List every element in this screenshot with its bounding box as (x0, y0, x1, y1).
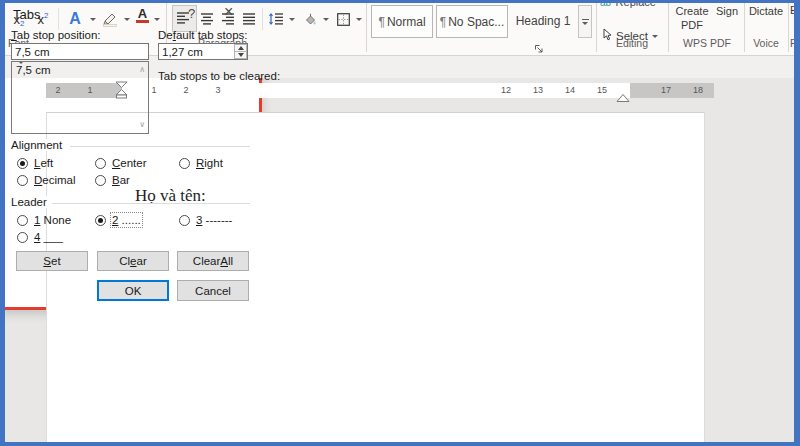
radio-right[interactable] (179, 158, 190, 169)
window-border-left (0, 0, 5, 446)
borders-icon[interactable] (334, 6, 352, 32)
divider (262, 8, 263, 30)
group-separator (366, 2, 367, 52)
tab-stop-position-label: Tab stop position: (11, 29, 101, 41)
radio-leader-none[interactable] (17, 215, 28, 226)
scroll-up-icon[interactable]: ∧ (139, 66, 145, 74)
default-tab-stops-label: Default tab stops: (158, 29, 248, 41)
voice-group-label: Voice (746, 37, 786, 50)
word-window: x2 x2 A A Font (0, 0, 800, 446)
ruler-mark: 12 (499, 83, 513, 98)
spinner-down-button[interactable] (234, 51, 247, 59)
radio-leader-dashes-label[interactable]: 3 ------- (196, 214, 232, 226)
style-label: Heading 1 (516, 14, 571, 28)
radio-decimal[interactable] (17, 175, 28, 186)
alignment-group-label: Alignment (11, 139, 67, 151)
tab-stop-list[interactable]: 7,5 cm ∧ ∨ (11, 61, 149, 134)
right-indent-marker[interactable] (616, 89, 630, 107)
ruler-mark: 15 (595, 83, 609, 98)
ok-button[interactable]: OK (97, 280, 169, 301)
radio-center[interactable] (95, 158, 106, 169)
radio-left-label[interactable]: Left (34, 157, 53, 169)
pilcrow-icon: ¶ (378, 15, 384, 29)
close-icon[interactable]: × (224, 3, 233, 21)
group-separator (744, 2, 745, 52)
ruler-mark: 3 (213, 83, 222, 98)
shading-icon[interactable] (301, 6, 319, 32)
ruler-mark: 1 (149, 83, 158, 98)
line-spacing-dropdown[interactable] (287, 6, 297, 32)
sign-pdf-button[interactable]: Sign (712, 4, 742, 18)
radio-leader-none-label[interactable]: 1 None (34, 214, 71, 226)
group-separator (788, 2, 789, 52)
groupbox-line (52, 203, 250, 204)
scroll-down-icon[interactable]: ∨ (139, 121, 145, 129)
font-color-icon[interactable] (99, 6, 117, 32)
ruler-mark: 2 (181, 83, 190, 98)
cancel-button[interactable]: Cancel (177, 280, 249, 301)
line-spacing-icon[interactable] (266, 6, 286, 32)
set-button[interactable]: Set (16, 251, 88, 271)
group-separator (596, 2, 597, 52)
tab-stop-position-input[interactable] (11, 43, 149, 60)
clear-all-button[interactable]: Clear All (177, 251, 249, 271)
style-no-spacing[interactable]: ¶No Spac... (436, 5, 508, 38)
window-border-top (0, 0, 800, 3)
style-normal[interactable]: ¶Normal (371, 5, 433, 38)
radio-right-label[interactable]: Right (196, 157, 223, 169)
radio-bar-label[interactable]: Bar (112, 174, 130, 186)
divider (58, 8, 59, 30)
style-label: Normal (387, 15, 426, 29)
ruler-mark: 17 (659, 83, 673, 98)
dialog-title: Tabs (13, 7, 40, 22)
radio-leader-dots-label[interactable]: 2 ...... (112, 214, 141, 226)
tab-stops-cleared-label: Tab stops to be cleared: (158, 70, 280, 82)
font-color-button[interactable]: A (136, 9, 149, 23)
radio-bar[interactable] (95, 175, 106, 186)
borders-dropdown[interactable] (354, 6, 364, 32)
shading-dropdown[interactable] (321, 6, 331, 32)
radio-center-label[interactable]: Center (112, 157, 147, 169)
leader-group-label: Leader (11, 196, 52, 208)
radio-left[interactable] (17, 158, 28, 169)
ruler-mark: 14 (563, 83, 577, 98)
radio-leader-underline[interactable] (17, 232, 28, 243)
wps-pdf-group-label: WPS PDF (672, 37, 742, 50)
radio-leader-dots[interactable] (95, 215, 106, 226)
pilcrow-icon: ¶ (440, 15, 446, 29)
style-label: No Spac... (448, 15, 504, 29)
ruler[interactable] (122, 83, 630, 98)
group-separator (668, 2, 669, 52)
radio-decimal-label[interactable]: Decimal (34, 174, 76, 186)
ruler-mark: 18 (691, 83, 705, 98)
groupbox-line (70, 146, 250, 147)
radio-leader-dashes[interactable] (179, 215, 190, 226)
ruler-mark: 13 (531, 83, 545, 98)
radio-leader-underline-label[interactable]: 4 ___ (34, 231, 63, 243)
editing-group-label: Editing (600, 37, 664, 50)
dictate-button[interactable]: Dictate (746, 4, 786, 18)
create-pdf-button[interactable]: Create PDF (672, 4, 712, 32)
style-heading1[interactable]: Heading 1 (511, 5, 575, 38)
window-border-bottom (0, 442, 800, 446)
help-button[interactable]: ? (188, 6, 195, 21)
tab-stop-list-item[interactable]: 7,5 cm (12, 62, 148, 78)
styles-more-button[interactable] (578, 5, 592, 38)
clear-button[interactable]: Clear (97, 251, 169, 271)
window-border-right (794, 0, 800, 446)
highlight-color-dropdown[interactable] (122, 6, 132, 32)
